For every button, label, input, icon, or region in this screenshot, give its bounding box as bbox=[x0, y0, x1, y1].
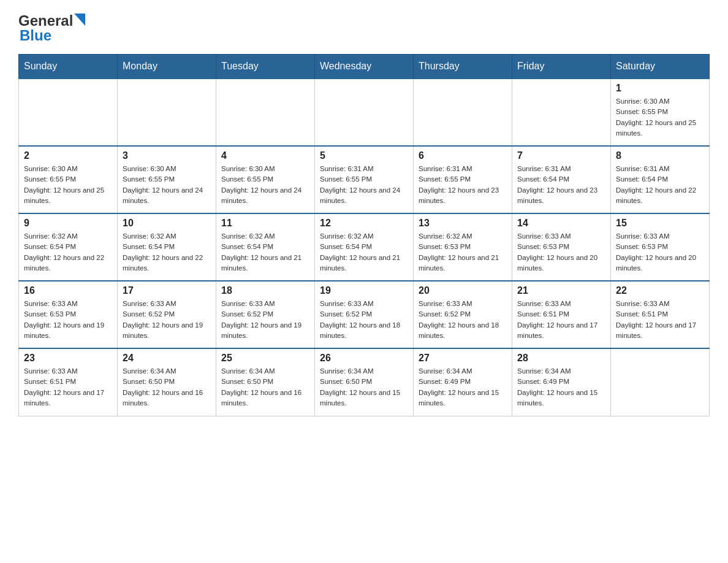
day-cell: 3Sunrise: 6:30 AM Sunset: 6:55 PM Daylig… bbox=[118, 146, 216, 213]
day-info: Sunrise: 6:33 AM Sunset: 6:51 PM Dayligh… bbox=[616, 299, 704, 341]
day-number: 21 bbox=[517, 285, 605, 296]
logo-blue-text: Blue bbox=[20, 27, 51, 44]
day-cell: 5Sunrise: 6:31 AM Sunset: 6:55 PM Daylig… bbox=[315, 146, 414, 213]
weekday-header-monday: Monday bbox=[118, 55, 216, 79]
day-cell: 17Sunrise: 6:33 AM Sunset: 6:52 PM Dayli… bbox=[118, 281, 216, 348]
day-number: 4 bbox=[221, 150, 309, 161]
day-cell: 26Sunrise: 6:34 AM Sunset: 6:50 PM Dayli… bbox=[315, 348, 414, 416]
day-cell: 23Sunrise: 6:33 AM Sunset: 6:51 PM Dayli… bbox=[19, 348, 118, 416]
day-info: Sunrise: 6:34 AM Sunset: 6:50 PM Dayligh… bbox=[320, 366, 408, 408]
weekday-header-friday: Friday bbox=[512, 55, 611, 79]
day-info: Sunrise: 6:33 AM Sunset: 6:51 PM Dayligh… bbox=[24, 366, 112, 408]
day-number: 3 bbox=[123, 150, 211, 161]
day-number: 19 bbox=[320, 285, 408, 296]
weekday-header-row: SundayMondayTuesdayWednesdayThursdayFrid… bbox=[19, 55, 710, 79]
day-number: 6 bbox=[419, 150, 507, 161]
day-cell: 21Sunrise: 6:33 AM Sunset: 6:51 PM Dayli… bbox=[512, 281, 611, 348]
day-cell: 14Sunrise: 6:33 AM Sunset: 6:53 PM Dayli… bbox=[512, 213, 611, 281]
day-number: 9 bbox=[24, 218, 112, 229]
day-cell: 8Sunrise: 6:31 AM Sunset: 6:54 PM Daylig… bbox=[611, 146, 710, 213]
day-cell: 7Sunrise: 6:31 AM Sunset: 6:54 PM Daylig… bbox=[512, 146, 611, 213]
day-cell: 1Sunrise: 6:30 AM Sunset: 6:55 PM Daylig… bbox=[611, 79, 710, 146]
day-info: Sunrise: 6:32 AM Sunset: 6:54 PM Dayligh… bbox=[123, 231, 211, 274]
week-row-5: 23Sunrise: 6:33 AM Sunset: 6:51 PM Dayli… bbox=[19, 348, 710, 416]
day-info: Sunrise: 6:32 AM Sunset: 6:54 PM Dayligh… bbox=[221, 231, 309, 274]
day-number: 2 bbox=[24, 150, 112, 161]
day-cell: 24Sunrise: 6:34 AM Sunset: 6:50 PM Dayli… bbox=[118, 348, 216, 416]
day-info: Sunrise: 6:33 AM Sunset: 6:52 PM Dayligh… bbox=[221, 299, 309, 341]
day-info: Sunrise: 6:33 AM Sunset: 6:53 PM Dayligh… bbox=[24, 299, 112, 341]
day-number: 10 bbox=[123, 218, 211, 229]
day-number: 27 bbox=[419, 353, 507, 364]
day-cell: 22Sunrise: 6:33 AM Sunset: 6:51 PM Dayli… bbox=[611, 281, 710, 348]
day-cell bbox=[512, 79, 611, 146]
day-info: Sunrise: 6:34 AM Sunset: 6:50 PM Dayligh… bbox=[123, 366, 211, 408]
week-row-3: 9Sunrise: 6:32 AM Sunset: 6:54 PM Daylig… bbox=[19, 213, 710, 281]
day-number: 25 bbox=[221, 353, 309, 364]
calendar-table: SundayMondayTuesdayWednesdayThursdayFrid… bbox=[18, 54, 710, 416]
day-cell: 19Sunrise: 6:33 AM Sunset: 6:52 PM Dayli… bbox=[315, 281, 414, 348]
day-number: 14 bbox=[517, 218, 605, 229]
day-info: Sunrise: 6:31 AM Sunset: 6:54 PM Dayligh… bbox=[616, 164, 704, 206]
day-number: 13 bbox=[419, 218, 507, 229]
day-info: Sunrise: 6:33 AM Sunset: 6:52 PM Dayligh… bbox=[419, 299, 507, 341]
day-number: 1 bbox=[616, 83, 704, 94]
day-cell: 11Sunrise: 6:32 AM Sunset: 6:54 PM Dayli… bbox=[216, 213, 315, 281]
weekday-header-tuesday: Tuesday bbox=[216, 55, 315, 79]
day-info: Sunrise: 6:32 AM Sunset: 6:54 PM Dayligh… bbox=[320, 231, 408, 274]
day-number: 18 bbox=[221, 285, 309, 296]
day-number: 11 bbox=[221, 218, 309, 229]
day-cell: 2Sunrise: 6:30 AM Sunset: 6:55 PM Daylig… bbox=[19, 146, 118, 213]
day-cell: 20Sunrise: 6:33 AM Sunset: 6:52 PM Dayli… bbox=[414, 281, 512, 348]
logo-wrapper: General Blue bbox=[18, 12, 88, 44]
svg-marker-0 bbox=[74, 13, 85, 26]
day-number: 23 bbox=[24, 353, 112, 364]
day-number: 7 bbox=[517, 150, 605, 161]
week-row-2: 2Sunrise: 6:30 AM Sunset: 6:55 PM Daylig… bbox=[19, 146, 710, 213]
day-info: Sunrise: 6:31 AM Sunset: 6:54 PM Dayligh… bbox=[517, 164, 605, 206]
day-number: 12 bbox=[320, 218, 408, 229]
day-cell: 25Sunrise: 6:34 AM Sunset: 6:50 PM Dayli… bbox=[216, 348, 315, 416]
day-cell: 9Sunrise: 6:32 AM Sunset: 6:54 PM Daylig… bbox=[19, 213, 118, 281]
day-cell: 27Sunrise: 6:34 AM Sunset: 6:49 PM Dayli… bbox=[414, 348, 512, 416]
day-info: Sunrise: 6:33 AM Sunset: 6:52 PM Dayligh… bbox=[123, 299, 211, 341]
page-header: General Blue bbox=[18, 12, 710, 44]
day-number: 24 bbox=[123, 353, 211, 364]
day-info: Sunrise: 6:31 AM Sunset: 6:55 PM Dayligh… bbox=[419, 164, 507, 206]
day-cell: 6Sunrise: 6:31 AM Sunset: 6:55 PM Daylig… bbox=[414, 146, 512, 213]
day-info: Sunrise: 6:34 AM Sunset: 6:49 PM Dayligh… bbox=[517, 366, 605, 408]
day-info: Sunrise: 6:32 AM Sunset: 6:53 PM Dayligh… bbox=[419, 231, 507, 274]
day-cell: 12Sunrise: 6:32 AM Sunset: 6:54 PM Dayli… bbox=[315, 213, 414, 281]
day-cell bbox=[19, 79, 118, 146]
day-info: Sunrise: 6:34 AM Sunset: 6:50 PM Dayligh… bbox=[221, 366, 309, 408]
day-info: Sunrise: 6:33 AM Sunset: 6:53 PM Dayligh… bbox=[517, 231, 605, 274]
day-cell bbox=[611, 348, 710, 416]
day-cell: 15Sunrise: 6:33 AM Sunset: 6:53 PM Dayli… bbox=[611, 213, 710, 281]
day-info: Sunrise: 6:30 AM Sunset: 6:55 PM Dayligh… bbox=[616, 96, 704, 139]
day-info: Sunrise: 6:33 AM Sunset: 6:51 PM Dayligh… bbox=[517, 299, 605, 341]
day-info: Sunrise: 6:30 AM Sunset: 6:55 PM Dayligh… bbox=[221, 164, 309, 206]
day-info: Sunrise: 6:32 AM Sunset: 6:54 PM Dayligh… bbox=[24, 231, 112, 274]
day-cell: 10Sunrise: 6:32 AM Sunset: 6:54 PM Dayli… bbox=[118, 213, 216, 281]
weekday-header-thursday: Thursday bbox=[414, 55, 512, 79]
day-number: 16 bbox=[24, 285, 112, 296]
day-number: 26 bbox=[320, 353, 408, 364]
logo: General Blue bbox=[18, 12, 88, 44]
day-info: Sunrise: 6:34 AM Sunset: 6:49 PM Dayligh… bbox=[419, 366, 507, 408]
day-number: 5 bbox=[320, 150, 408, 161]
day-cell: 28Sunrise: 6:34 AM Sunset: 6:49 PM Dayli… bbox=[512, 348, 611, 416]
day-number: 20 bbox=[419, 285, 507, 296]
day-info: Sunrise: 6:31 AM Sunset: 6:55 PM Dayligh… bbox=[320, 164, 408, 206]
day-cell bbox=[315, 79, 414, 146]
day-cell bbox=[216, 79, 315, 146]
day-info: Sunrise: 6:30 AM Sunset: 6:55 PM Dayligh… bbox=[123, 164, 211, 206]
weekday-header-sunday: Sunday bbox=[19, 55, 118, 79]
logo-triangle-icon bbox=[74, 11, 88, 28]
day-cell: 13Sunrise: 6:32 AM Sunset: 6:53 PM Dayli… bbox=[414, 213, 512, 281]
day-number: 28 bbox=[517, 353, 605, 364]
day-cell bbox=[414, 79, 512, 146]
day-number: 15 bbox=[616, 218, 704, 229]
day-number: 8 bbox=[616, 150, 704, 161]
day-info: Sunrise: 6:33 AM Sunset: 6:52 PM Dayligh… bbox=[320, 299, 408, 341]
day-cell bbox=[118, 79, 216, 146]
